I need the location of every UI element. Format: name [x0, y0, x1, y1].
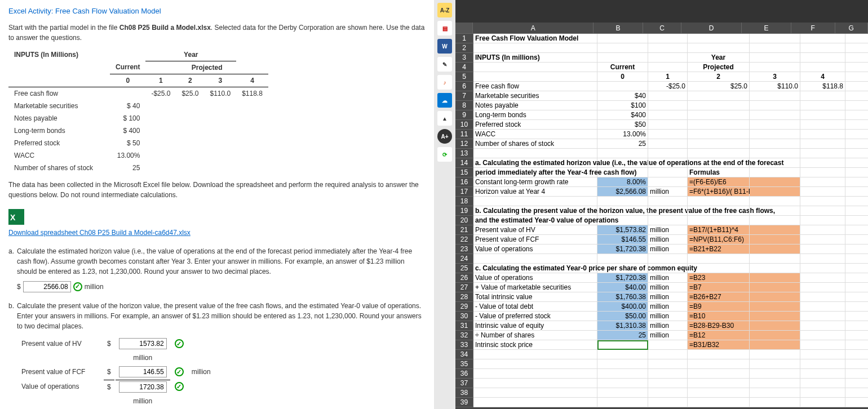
cell[interactable]: 0: [597, 72, 648, 82]
cell[interactable]: [800, 130, 845, 139]
cell[interactable]: $146.55: [597, 235, 648, 244]
cell[interactable]: [800, 197, 845, 206]
cell[interactable]: [800, 158, 845, 168]
cell[interactable]: 13.00%: [597, 130, 648, 139]
cell[interactable]: [648, 216, 688, 225]
cell[interactable]: [750, 216, 800, 225]
row-header[interactable]: 31: [455, 321, 473, 331]
col-header-e[interactable]: E: [742, 23, 791, 33]
cell[interactable]: [688, 43, 750, 53]
row-header[interactable]: 19: [455, 206, 473, 216]
cell[interactable]: [845, 53, 868, 63]
row-header[interactable]: 1: [455, 34, 473, 43]
row-header[interactable]: 13: [455, 149, 473, 158]
cell[interactable]: $1,573.82: [597, 225, 648, 235]
cell[interactable]: [800, 168, 845, 177]
cell[interactable]: [845, 206, 868, 216]
cell[interactable]: [800, 254, 845, 264]
cell[interactable]: [688, 130, 750, 139]
row-header[interactable]: 2: [455, 43, 473, 53]
cell[interactable]: [845, 34, 868, 43]
cell[interactable]: [750, 63, 800, 72]
answer-pvhv-input[interactable]: [119, 338, 167, 349]
row-header[interactable]: 12: [455, 139, 473, 149]
cell[interactable]: [648, 139, 688, 149]
cell[interactable]: [800, 43, 845, 53]
cell[interactable]: $1,310.38: [597, 321, 648, 331]
cell[interactable]: $110.0: [750, 82, 800, 91]
cell[interactable]: [648, 168, 688, 177]
cell[interactable]: [750, 158, 800, 168]
cell[interactable]: [845, 350, 868, 359]
cell[interactable]: 2: [688, 72, 750, 82]
cell[interactable]: [597, 168, 648, 177]
grade-icon[interactable]: A+: [437, 129, 452, 144]
cell[interactable]: [750, 398, 800, 407]
cell[interactable]: [750, 120, 800, 130]
cell[interactable]: [750, 388, 800, 398]
cell[interactable]: =B28-B29-B30: [688, 321, 750, 331]
cell[interactable]: Preferred stock: [473, 120, 597, 130]
cell[interactable]: [750, 149, 800, 158]
cell[interactable]: [473, 197, 597, 206]
cell[interactable]: =(F6-E6)/E6: [688, 177, 750, 187]
row-header[interactable]: 16: [455, 177, 473, 187]
cell[interactable]: [845, 91, 868, 101]
row-header[interactable]: 14: [455, 158, 473, 168]
cell[interactable]: [648, 206, 688, 216]
cell[interactable]: [800, 34, 845, 43]
answer-pvfcf-input[interactable]: [119, 366, 167, 377]
cell[interactable]: [688, 388, 750, 398]
col-header-f[interactable]: F: [791, 23, 835, 33]
cell[interactable]: [800, 91, 845, 101]
cell[interactable]: $50.00: [597, 312, 648, 321]
cell[interactable]: [688, 110, 750, 120]
cell[interactable]: [800, 177, 845, 187]
cell[interactable]: [648, 110, 688, 120]
cell[interactable]: Formulas: [688, 168, 750, 177]
cell[interactable]: [750, 254, 800, 264]
cell[interactable]: [473, 369, 597, 379]
cell[interactable]: [800, 379, 845, 388]
cell[interactable]: [648, 369, 688, 379]
cloud-icon[interactable]: ☁: [437, 93, 452, 108]
cell[interactable]: million: [648, 321, 688, 331]
cell[interactable]: [688, 264, 750, 273]
row-header[interactable]: 6: [455, 82, 473, 91]
cell[interactable]: [750, 139, 800, 149]
cell[interactable]: [750, 206, 800, 216]
cell[interactable]: [473, 63, 597, 72]
cell[interactable]: [597, 197, 648, 206]
cell[interactable]: [750, 130, 800, 139]
cell[interactable]: Horizon value at Year 4: [473, 187, 597, 197]
cell[interactable]: [800, 302, 845, 312]
cell[interactable]: [750, 43, 800, 53]
cell[interactable]: [648, 101, 688, 110]
row-header[interactable]: 39: [455, 398, 473, 407]
cell[interactable]: $118.8: [800, 82, 845, 91]
cell[interactable]: [688, 91, 750, 101]
cell[interactable]: a. Calculating the estimated horizon val…: [473, 158, 597, 168]
cell[interactable]: $25.0: [688, 82, 750, 91]
cell[interactable]: [845, 130, 868, 139]
cell[interactable]: [845, 254, 868, 264]
cell[interactable]: [800, 321, 845, 331]
cell[interactable]: [845, 273, 868, 283]
cell[interactable]: b. Calculating the present value of the …: [473, 206, 597, 216]
cell[interactable]: [648, 149, 688, 158]
col-header-b[interactable]: B: [594, 23, 643, 33]
cell[interactable]: [750, 197, 800, 206]
cell[interactable]: [800, 120, 845, 130]
cell[interactable]: [750, 283, 800, 292]
row-header[interactable]: 27: [455, 283, 473, 292]
cell[interactable]: [688, 149, 750, 158]
row-header[interactable]: 9: [455, 110, 473, 120]
cell[interactable]: [648, 379, 688, 388]
cell[interactable]: [845, 312, 868, 321]
cell[interactable]: [800, 359, 845, 369]
cell[interactable]: [688, 254, 750, 264]
cell[interactable]: [845, 398, 868, 407]
cell[interactable]: $1,720.38: [597, 244, 648, 254]
cell[interactable]: 25: [597, 331, 648, 340]
cell[interactable]: million: [648, 187, 688, 197]
